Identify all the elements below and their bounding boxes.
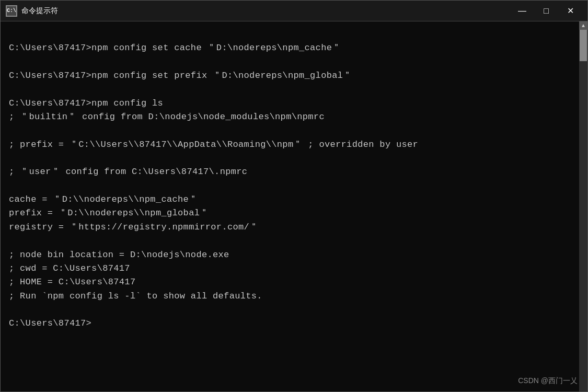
scrollbar[interactable]: ▲	[579, 21, 587, 391]
cmd-window: C:\ 命令提示符 — □ ✕ C:\Users\87417>npm confi…	[0, 0, 588, 392]
watermark: CSDN @西门一乂	[518, 376, 578, 386]
terminal-line: registry = ＂https://registry.npmmirror.c…	[9, 221, 571, 234]
terminal-line: C:\Users\87417>	[9, 317, 571, 330]
terminal-line: ; HOME = C:\Users\87417	[9, 275, 571, 289]
terminal-line	[9, 234, 571, 248]
terminal-line: C:\Users\87417>npm config ls	[9, 97, 571, 110]
terminal-line: ; prefix = ＂C:\\Users\\87417\\AppData\\R…	[9, 138, 571, 152]
terminal-line: C:\Users\87417>npm config set prefix ＂D:…	[9, 69, 571, 83]
maximize-button[interactable]: □	[534, 3, 558, 19]
scrollbar-thumb[interactable]	[580, 30, 587, 61]
terminal-line: ; node bin location = D:\nodejs\node.exe	[9, 248, 571, 262]
terminal-line: ; ＂user＂ config from C:\Users\87417\.npm…	[9, 165, 571, 179]
terminal-line: C:\Users\87417>npm config set cache ＂D:\…	[9, 41, 571, 55]
terminal-line: ; cwd = C:\Users\87417	[9, 262, 571, 275]
window-icon: C:\	[6, 5, 17, 17]
terminal-line	[9, 179, 571, 193]
terminal-line	[9, 83, 571, 96]
terminal-line: prefix = ＂D:\\nodereps\\npm_global＂	[9, 206, 571, 220]
window-title: 命令提示符	[21, 6, 510, 16]
terminal-line	[9, 55, 571, 69]
close-button[interactable]: ✕	[558, 3, 582, 19]
minimize-button[interactable]: —	[510, 3, 534, 19]
scroll-up-arrow[interactable]: ▲	[579, 21, 587, 30]
terminal-line	[9, 303, 571, 317]
window-body: C:\Users\87417>npm config set cache ＂D:\…	[1, 21, 587, 391]
terminal-line	[9, 28, 571, 41]
terminal-line: ; ＂builtin＂ config from D:\nodejs\node_m…	[9, 110, 571, 124]
terminal-line	[9, 124, 571, 137]
terminal-area[interactable]: C:\Users\87417>npm config set cache ＂D:\…	[1, 21, 579, 391]
terminal-line	[9, 152, 571, 165]
terminal-line: cache = ＂D:\\nodereps\\npm_cache＂	[9, 193, 571, 206]
window-controls: — □ ✕	[510, 3, 582, 19]
title-bar: C:\ 命令提示符 — □ ✕	[1, 1, 587, 21]
terminal-line: ; Run `npm config ls -l` to show all def…	[9, 290, 571, 303]
